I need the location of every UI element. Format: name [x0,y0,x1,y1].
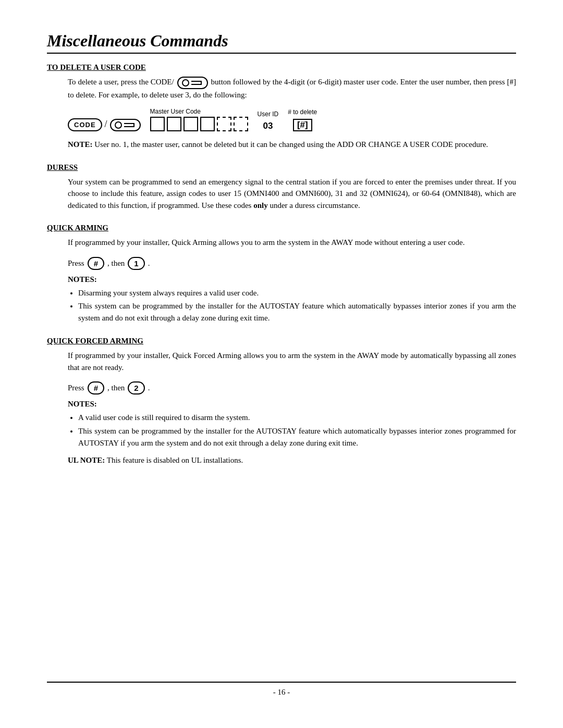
hash-value: [#] [293,119,312,131]
hash-label: # to delete [288,108,317,116]
then-label-2: , then [107,384,125,392]
heading-delete-user-code: TO DELETE A USER CODE [47,63,516,72]
master-code-label: Master User Code [150,108,201,115]
duress-body: Your system can be programmed to send an… [68,176,516,212]
code-box-5-dashed [217,117,231,131]
slash-separator: / [105,119,107,131]
bottom-divider [47,682,516,683]
code-slash-key: CODE / [68,118,141,131]
heading-quick-forced-arming: QUICK FORCED ARMING [47,337,516,346]
key-circle-d [115,121,122,129]
press-label-2: Press [68,384,84,392]
heading-quick-arming: QUICK ARMING [47,224,516,232]
list-item: Disarming your system always requires a … [78,287,516,299]
key-icon-diagram [110,119,141,131]
code-box-1 [150,117,165,131]
section-quick-forced-arming: QUICK FORCED ARMING If programmed by you… [47,337,516,471]
page: Miscellaneous Commands TO DELETE A USER … [0,0,563,728]
ul-note: UL NOTE: This feature is disabled on UL … [68,454,516,466]
hash-button-2: # [88,381,104,394]
code-box-2 [167,117,181,131]
hash-button-1: # [88,257,104,270]
heading-duress: DURESS [47,163,516,172]
code-box-4 [200,117,215,131]
page-number: - 16 - [47,688,516,697]
page-title: Miscellaneous Commands [47,31,516,51]
list-item: This system can be programmed by the ins… [78,300,516,325]
quick-arming-press-row: Press # , then 1 . [68,257,150,270]
quick-arming-body: If programmed by your installer, Quick A… [68,237,516,249]
user-id-value: 03 [263,121,273,131]
key-shank [124,123,134,127]
code-box-3 [183,117,198,131]
user-id-label: User ID [258,110,279,118]
code-diagram: CODE / Master User Code [68,108,516,131]
quick-arming-notes-list: Disarming your system always requires a … [78,287,516,325]
master-user-code-boxes: Master User Code [150,108,248,131]
code-box-6-dashed [234,117,248,131]
code-key-icon [177,77,208,89]
num-button-1: 1 [128,257,144,270]
quick-forced-arming-notes-list: A valid user code is still required to d… [78,412,516,449]
title-divider [47,53,516,54]
quick-forced-arming-press-row: Press # , then 2 . [68,381,150,394]
list-item: This system can be programmed by the ins… [78,425,516,450]
hash-group: # to delete [#] [288,108,317,131]
then-label-1: , then [107,259,125,268]
key-circle [182,79,189,87]
quick-forced-arming-body: If programmed by your installer, Quick F… [68,350,516,373]
code-button: CODE [68,118,102,131]
quick-forced-arming-notes-heading: NOTES: [68,400,516,409]
section-duress: DURESS Your system can be programmed to … [47,163,516,217]
delete-user-note: NOTE: User no. 1, the master user, canno… [68,139,516,151]
delete-user-intro: To delete a user, press the CODE/ button… [68,76,516,101]
list-item: A valid user code is still required to d… [78,412,516,424]
code-boxes-row [150,117,248,131]
num-button-2: 2 [128,381,144,394]
press-label-1: Press [68,259,84,268]
section-delete-user-code: TO DELETE A USER CODE To delete a user, … [47,63,516,156]
quick-arming-notes-heading: NOTES: [68,275,516,284]
user-id-group: User ID 03 [258,110,279,131]
section-quick-arming: QUICK ARMING If programmed by your insta… [47,224,516,329]
